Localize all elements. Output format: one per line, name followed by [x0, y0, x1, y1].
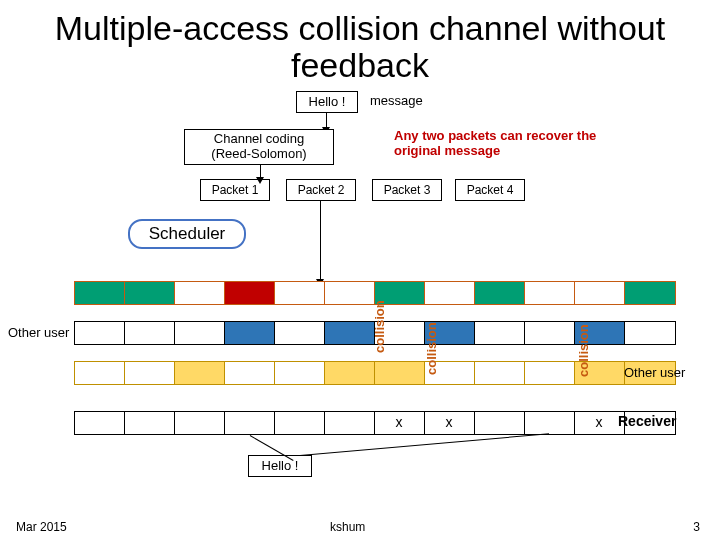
recovery-note: Any two packets can recover the original…	[394, 129, 614, 159]
receiver-label: Receiver	[618, 413, 676, 429]
collision-label-1: collision	[372, 300, 387, 353]
x-mark-3: x	[574, 414, 624, 430]
arrow-hello-to-coding	[326, 113, 327, 129]
other-user-label-right: Other user	[624, 365, 685, 380]
collision-label-2: collision	[424, 322, 439, 375]
packet-4: Packet 4	[455, 179, 525, 201]
collision-label-3: collision	[576, 324, 591, 377]
arrow-packets-to-timeline	[320, 201, 321, 281]
x-mark-1: x	[374, 414, 424, 430]
packet-1: Packet 1	[200, 179, 270, 201]
page-title: Multiple-access collision channel withou…	[0, 0, 720, 85]
footer-date: Mar 2015	[16, 520, 67, 534]
x-mark-2: x	[424, 414, 474, 430]
message-label: message	[370, 93, 423, 108]
diagram-stage: Hello ! message Channel coding (Reed-Sol…	[0, 85, 720, 525]
other-user-label-left: Other user	[8, 325, 69, 340]
packet-3: Packet 3	[372, 179, 442, 201]
footer-author: kshum	[330, 520, 365, 534]
packet-2: Packet 2	[286, 179, 356, 201]
arrow-coding-to-packets	[260, 165, 261, 179]
hello-message-box: Hello !	[296, 91, 358, 113]
footer-page-number: 3	[693, 520, 700, 534]
scheduler-box: Scheduler	[128, 219, 246, 249]
hello-decoded-box: Hello !	[248, 455, 312, 477]
connector-line-2	[300, 433, 549, 456]
channel-coding-box: Channel coding (Reed-Solomon)	[184, 129, 334, 165]
